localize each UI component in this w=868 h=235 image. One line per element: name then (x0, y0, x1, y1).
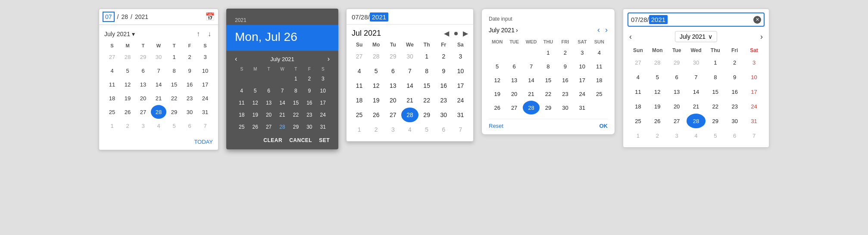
cal3-day-cell[interactable]: 6 (384, 64, 401, 78)
cal5-day-cell[interactable]: 1 (628, 128, 648, 143)
cal3-day-cell[interactable]: 4 (401, 122, 418, 137)
cal2-day-cell[interactable]: 2 (303, 73, 316, 85)
cal3-day-cell[interactable]: 30 (401, 49, 418, 64)
cal1-day-cell[interactable]: 24 (197, 91, 213, 105)
cal5-day-cell[interactable]: 14 (687, 84, 706, 99)
cal4-day-cell[interactable]: 7 (523, 59, 540, 73)
cal1-day-cell[interactable]: 26 (120, 105, 135, 119)
calendar-icon[interactable]: 📅 (205, 12, 215, 22)
cal1-input-row[interactable]: 07 / 28 / 2021 📅 (99, 9, 218, 25)
cal2-day-cell[interactable]: 24 (316, 109, 330, 121)
cal2-day-cell[interactable]: 14 (275, 97, 289, 109)
cal3-day-cell[interactable]: 20 (384, 93, 401, 108)
cal5-day-cell[interactable]: 22 (706, 99, 725, 114)
cal2-day-cell[interactable]: 11 (235, 97, 248, 109)
cal4-day-cell[interactable]: 3 (574, 46, 590, 59)
cal5-day-cell[interactable]: 26 (648, 114, 667, 128)
cal4-day-cell[interactable] (523, 46, 540, 59)
cal4-day-cell[interactable] (591, 101, 608, 114)
cal5-day-cell[interactable]: 9 (725, 70, 744, 84)
cal5-day-cell[interactable]: 21 (687, 99, 706, 114)
cal3-day-cell[interactable]: 27 (351, 49, 368, 64)
cal4-day-cell[interactable]: 22 (540, 87, 556, 101)
cal4-day-cell[interactable]: 21 (523, 87, 540, 101)
cal1-day-cell[interactable]: 25 (104, 105, 120, 119)
cal5-day-cell[interactable]: 10 (744, 70, 764, 84)
cal3-prev-button[interactable]: ◀ (444, 29, 449, 37)
cal2-day-cell[interactable]: 4 (235, 85, 248, 97)
cal3-day-cell[interactable]: 3 (384, 122, 401, 137)
cal5-day-cell[interactable]: 31 (744, 114, 764, 128)
cal4-day-cell[interactable]: 5 (489, 59, 506, 73)
cal4-day-cell[interactable]: 10 (574, 59, 590, 73)
cal5-day-cell[interactable]: 7 (744, 128, 764, 143)
cal3-day-cell[interactable]: 10 (452, 64, 469, 78)
cal3-next-button[interactable]: ▶ (463, 29, 468, 37)
cal3-day-cell[interactable]: 5 (368, 64, 384, 78)
cal5-day-cell[interactable]: 6 (667, 70, 687, 84)
cal2-day-cell[interactable]: 18 (235, 109, 248, 121)
cal1-next-button[interactable]: ↓ (206, 29, 213, 39)
cal3-day-cell[interactable]: 28 (368, 49, 384, 64)
cal5-next-button[interactable]: › (760, 32, 763, 41)
cal1-day-cell[interactable]: 3 (197, 50, 213, 64)
cal1-day-cell[interactable]: 20 (135, 91, 151, 105)
cal4-day-cell[interactable]: 24 (574, 87, 590, 101)
cal1-day-cell[interactable]: 30 (151, 50, 166, 64)
cal1-day-cell[interactable]: 8 (166, 64, 182, 77)
cal2-day-cell[interactable] (262, 73, 275, 85)
cal1-day-cell[interactable]: 1 (104, 119, 120, 133)
cal2-day-cell[interactable]: 29 (289, 121, 303, 133)
cal2-day-cell[interactable]: 20 (262, 109, 275, 121)
cal1-day-cell[interactable]: 16 (182, 77, 197, 91)
cal4-day-cell[interactable]: 17 (574, 73, 590, 87)
cal1-day-cell[interactable]: 30 (182, 105, 197, 119)
cal4-day-cell[interactable]: 14 (523, 73, 540, 87)
cal3-day-cell[interactable]: 24 (452, 93, 469, 108)
cal2-day-cell[interactable]: 30 (303, 121, 316, 133)
cal1-month-label[interactable]: July 2021 ▾ (104, 31, 135, 37)
cal1-day-cell[interactable]: 17 (197, 77, 213, 91)
cal5-month-dropdown-button[interactable]: July 2021 ∨ (675, 31, 717, 42)
cal4-month-button[interactable]: July 2021 › (489, 27, 518, 34)
cal5-day-cell[interactable]: 3 (744, 55, 764, 70)
cal3-day-cell[interactable]: 6 (435, 122, 452, 137)
cal1-day-cell[interactable]: 4 (151, 119, 166, 133)
cal3-day-cell[interactable]: 18 (351, 93, 368, 108)
cal2-day-cell[interactable]: 22 (289, 109, 303, 121)
cal3-day-cell[interactable]: 22 (418, 93, 435, 108)
cal5-day-cell[interactable]: 29 (706, 114, 725, 128)
cal2-day-cell[interactable]: 28 (275, 121, 289, 133)
cal3-day-cell[interactable]: 26 (368, 108, 384, 122)
cal3-day-cell[interactable]: 31 (452, 108, 469, 122)
cal4-day-cell[interactable]: 25 (591, 87, 608, 101)
cal4-day-cell[interactable]: 18 (591, 73, 608, 87)
cal3-day-cell[interactable]: 2 (435, 49, 452, 64)
cal5-month-field[interactable]: 07 (631, 16, 638, 23)
cal3-day-field[interactable]: 28 (361, 13, 368, 21)
cal3-day-cell[interactable]: 19 (368, 93, 384, 108)
cal5-close-button[interactable]: ✕ (753, 16, 761, 24)
cal5-day-cell[interactable]: 24 (744, 99, 764, 114)
cal1-day-cell[interactable]: 9 (182, 64, 197, 77)
cal1-day-cell[interactable]: 10 (197, 64, 213, 77)
cal5-day-cell[interactable]: 6 (725, 128, 744, 143)
cal2-day-cell[interactable] (275, 73, 289, 85)
cal3-day-cell[interactable]: 29 (418, 108, 435, 122)
cal4-day-cell[interactable]: 19 (489, 87, 506, 101)
cal4-day-cell[interactable]: 12 (489, 73, 506, 87)
cal5-day-cell[interactable]: 12 (648, 84, 667, 99)
cal1-day-cell[interactable]: 22 (166, 91, 182, 105)
cal1-day-cell[interactable]: 15 (166, 77, 182, 91)
cal1-prev-button[interactable]: ↑ (195, 29, 202, 39)
cal1-day-cell[interactable]: 11 (104, 77, 120, 91)
cal1-day-cell[interactable]: 21 (151, 91, 166, 105)
cal1-day-cell[interactable]: 7 (197, 119, 213, 133)
cal3-day-cell[interactable]: 11 (351, 78, 368, 93)
cal4-day-cell[interactable]: 28 (523, 101, 540, 114)
cal2-day-cell[interactable]: 16 (303, 97, 316, 109)
cal1-day-cell[interactable]: 31 (197, 105, 213, 119)
cal2-day-cell[interactable]: 7 (275, 85, 289, 97)
cal5-day-cell[interactable]: 20 (667, 99, 687, 114)
cal4-day-cell[interactable]: 20 (506, 87, 522, 101)
